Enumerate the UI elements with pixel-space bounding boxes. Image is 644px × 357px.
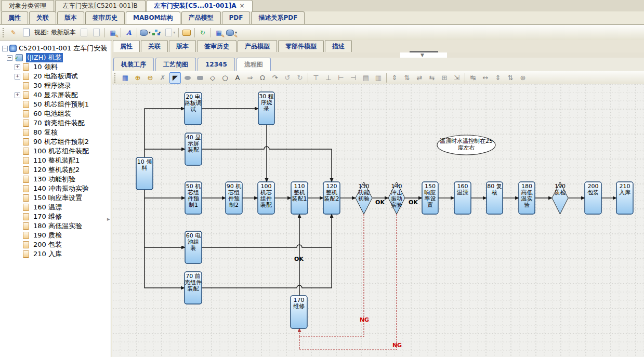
tree-item-190[interactable]: 190 质检 xyxy=(0,231,111,240)
align-bottom-icon[interactable]: ⊥ xyxy=(323,72,334,84)
dropdown-arrow-icon[interactable]: ▾ xyxy=(149,30,151,35)
rotate-cw-icon[interactable]: ↻ xyxy=(294,72,306,84)
same-size-icon[interactable]: ⊞ xyxy=(439,72,450,84)
tree-item-200[interactable]: 200 包装 xyxy=(0,240,111,249)
panel-tab-2[interactable]: 版本 xyxy=(169,40,196,52)
flow-node-10[interactable]: 10 领料 xyxy=(136,159,153,171)
flow-node-30[interactable]: 30 程序烧录 xyxy=(258,94,274,112)
font-icon[interactable]: A xyxy=(123,27,135,38)
doc-tab-4[interactable]: MABOM结构 xyxy=(126,11,180,24)
space-horizontal-icon[interactable]: ⇄ xyxy=(414,72,425,84)
tree-item-80[interactable]: 80 复核 xyxy=(0,128,111,137)
database-icon[interactable]: ▾ xyxy=(139,27,151,38)
tree-item-50[interactable]: 50 机芯组件预制1 xyxy=(0,100,111,109)
grid-view-icon[interactable]: ▦ xyxy=(120,72,131,84)
flow-node-130[interactable]: 130 功能初验 xyxy=(356,183,372,202)
doc-tab-6[interactable]: PDF xyxy=(222,11,251,24)
cursor-icon[interactable]: ◤ xyxy=(169,72,181,84)
tree-item-110[interactable]: 110 整机装配1 xyxy=(0,156,111,165)
tree-item-120[interactable]: 120 整机装配2 xyxy=(0,165,111,175)
tree-item-170[interactable]: 170 维修 xyxy=(0,212,111,221)
flow-node-60[interactable]: 60 电池组装 xyxy=(185,233,202,252)
text-tool-icon[interactable]: A xyxy=(232,72,243,84)
panel-tab-3[interactable]: 签审历史 xyxy=(197,40,236,52)
loop-arrow-icon[interactable]: Ω xyxy=(257,72,268,84)
panel-tab-5[interactable]: 零部件模型 xyxy=(278,40,324,52)
delete-icon[interactable]: ✗ xyxy=(157,72,168,84)
database-edit-icon[interactable]: ✎▾ xyxy=(226,27,238,38)
annotation-ellipse-label[interactable]: 温漂时水温控制在25度左右 xyxy=(437,138,495,151)
flow-node-200[interactable]: 200 包装 xyxy=(585,183,601,196)
table-edit-icon[interactable]: ▦✎ xyxy=(107,27,119,38)
toolbar-grip[interactable] xyxy=(3,28,6,37)
flow-node-210[interactable]: 210 入库 xyxy=(616,183,633,196)
tree-item-20[interactable]: +20 电路板调试 xyxy=(0,72,111,81)
rotate-ccw-icon[interactable]: ↺ xyxy=(282,72,293,84)
doc-tab-7[interactable]: 描述关系PDF xyxy=(251,11,305,24)
align-top-icon[interactable]: ⊤ xyxy=(310,72,322,84)
chevron-down-icon[interactable]: ▼ xyxy=(420,52,424,58)
flow-node-190[interactable]: 190 质检 xyxy=(552,183,568,196)
tree-item-180[interactable]: 180 高低温实验 xyxy=(0,221,111,231)
flow-node-70[interactable]: 70 前壳组件装配 xyxy=(185,273,202,292)
flow-node-110[interactable]: 110 整机装配1 xyxy=(291,183,308,202)
flow-node-150[interactable]: 150 响应率设置 xyxy=(422,183,438,208)
tree-item-30[interactable]: 30 程序烧录 xyxy=(0,81,111,90)
dropdown-arrow-icon[interactable]: ▾ xyxy=(159,30,161,35)
tree-expander-icon[interactable]: + xyxy=(15,64,20,70)
sub-tab-0[interactable]: 机装工序 xyxy=(113,58,154,71)
panel-splitter[interactable]: ▼ xyxy=(112,52,644,58)
doc-tab-1[interactable]: 关联 xyxy=(29,11,56,24)
doc-tab-2[interactable]: 版本 xyxy=(57,11,84,24)
flow-node-20[interactable]: 20 电路板调试 xyxy=(185,94,202,113)
panel-tab-4[interactable]: 产品模型 xyxy=(238,40,277,52)
tree-item-130[interactable]: 130 功能初验 xyxy=(0,175,111,184)
flow-node-100[interactable]: 100 机芯组件装配 xyxy=(258,183,274,208)
panel-splitter-arrow[interactable]: ▸ xyxy=(107,216,110,222)
sub-tab-1[interactable]: 工艺简图 xyxy=(155,58,196,71)
tree-item-210[interactable]: 210 入库 xyxy=(0,249,111,259)
merge-icon[interactable]: ▤ xyxy=(360,72,372,84)
h-expand-icon[interactable]: ↔ xyxy=(480,72,491,84)
rounded-rect-tool-icon[interactable] xyxy=(194,72,206,84)
tree-item-70[interactable]: 70 前壳组件装配 xyxy=(0,118,111,128)
flowchart-canvas[interactable]: 10 领料20 电路板调试30 程序烧录40 显示屏装配50 机芯组件预制190… xyxy=(112,84,644,357)
fit-all-icon[interactable]: ⊛ xyxy=(517,72,529,84)
flow-node-170[interactable]: 170 维修 xyxy=(291,297,307,310)
tree-expander-icon[interactable]: + xyxy=(15,74,20,80)
circle-tool-icon[interactable]: ○ xyxy=(219,72,231,84)
tree-expander-icon[interactable]: − xyxy=(7,55,12,61)
table-edit2-icon[interactable]: ▦✎ xyxy=(213,27,225,38)
flowbar-grip[interactable] xyxy=(114,73,117,83)
tree-item-60[interactable]: 60 电池组装 xyxy=(0,109,111,118)
tree-group-jizh[interactable]: −(JIZH) 机装 xyxy=(0,53,111,62)
new-document-icon[interactable] xyxy=(20,27,32,38)
tree-item-90[interactable]: 90 机芯组件预制2 xyxy=(0,137,111,147)
flow-node-90[interactable]: 90 机芯组件预制2 xyxy=(226,183,242,208)
flow-node-180[interactable]: 180 高低温实验 xyxy=(519,183,535,208)
tree-item-10[interactable]: +10 领料 xyxy=(0,62,111,72)
v-expand-icon[interactable]: ⇕ xyxy=(492,72,504,84)
folder-search-icon[interactable] xyxy=(181,27,192,38)
tree-root[interactable]: −C5201-001-001 左车门安装 xyxy=(0,44,111,53)
tree-item-160[interactable]: 160 温漂 xyxy=(0,203,111,212)
sub-tab-3[interactable]: 流程图 xyxy=(236,58,271,71)
zoom-in-icon[interactable]: ⊕ xyxy=(132,72,143,84)
tree-item-140[interactable]: 140 冲击振动实验 xyxy=(0,184,111,193)
split-icon[interactable]: ▥ xyxy=(373,72,384,84)
tree-item-100[interactable]: 100 机芯组件装配 xyxy=(0,147,111,156)
tree-item-150[interactable]: 150 响应率设置 xyxy=(0,193,111,203)
v-shrink-icon[interactable]: ⇅ xyxy=(505,72,516,84)
flow-node-140[interactable]: 140 冲击振动实验 xyxy=(388,183,405,208)
diamond-tool-icon[interactable]: ◇ xyxy=(207,72,218,84)
flow-node-50[interactable]: 50 机芯组件预制1 xyxy=(185,183,202,208)
window-tab-2[interactable]: 左车门安装[C5...01-001]A× xyxy=(147,0,253,11)
collapse-icon[interactable]: ⇲ xyxy=(451,72,463,84)
refresh-icon[interactable]: ↻ xyxy=(197,27,208,38)
edit-pencil-icon[interactable]: ✎ xyxy=(8,27,19,38)
zoom-out-icon[interactable]: ⊖ xyxy=(144,72,156,84)
panel-tab-0[interactable]: 属性 xyxy=(113,40,140,52)
tree-expander-icon[interactable]: − xyxy=(2,46,8,51)
flow-node-160[interactable]: 160 温漂 xyxy=(454,183,471,196)
doc-tab-5[interactable]: 产品模型 xyxy=(181,11,221,24)
